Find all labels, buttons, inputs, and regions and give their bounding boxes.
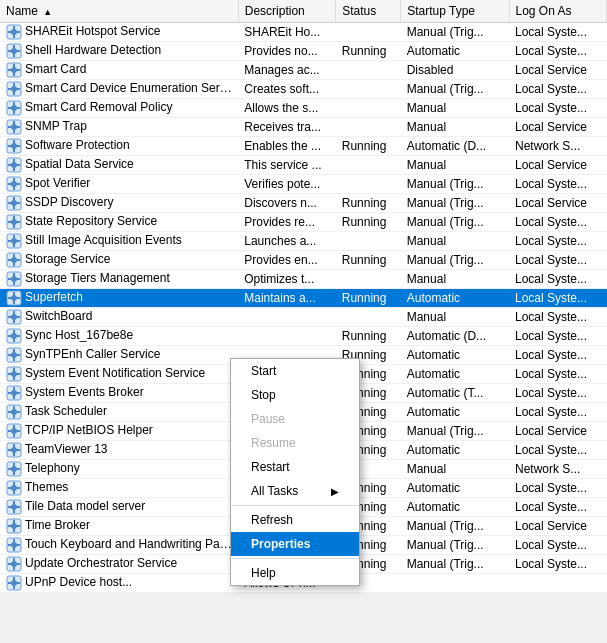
service-status-cell bbox=[336, 232, 401, 251]
service-logon-cell: Local Syste... bbox=[509, 327, 607, 346]
table-row[interactable]: Still Image Acquisition EventsLaunches a… bbox=[0, 232, 607, 251]
table-row[interactable]: Storage Tiers ManagementOptimizes t...Ma… bbox=[0, 270, 607, 289]
service-startup-cell: Automatic bbox=[401, 498, 509, 517]
service-logon-cell: Local Syste... bbox=[509, 23, 607, 42]
svg-rect-176 bbox=[13, 577, 15, 580]
svg-rect-58 bbox=[8, 202, 11, 204]
context-menu-item[interactable]: Start bbox=[231, 359, 359, 383]
table-row[interactable]: State Repository ServiceProvides re...Ru… bbox=[0, 213, 607, 232]
service-name-text: SSDP Discovery bbox=[25, 195, 113, 209]
context-menu-item[interactable]: All Tasks▶ bbox=[231, 479, 359, 503]
svg-rect-17 bbox=[17, 69, 20, 71]
service-description-cell: Provides en... bbox=[238, 251, 335, 270]
table-row[interactable]: SHAREit Hotspot ServiceSHAREit Ho...Manu… bbox=[0, 23, 607, 42]
service-icon bbox=[6, 423, 22, 439]
service-icon bbox=[6, 480, 22, 496]
svg-rect-122 bbox=[13, 406, 15, 409]
column-header-description[interactable]: Description bbox=[238, 0, 335, 23]
svg-rect-124 bbox=[8, 411, 11, 413]
service-logon-cell: Local Syste... bbox=[509, 384, 607, 403]
service-logon-cell: Local Service bbox=[509, 517, 607, 536]
service-startup-cell: Automatic bbox=[401, 42, 509, 61]
svg-point-145 bbox=[11, 485, 17, 491]
context-menu-item[interactable]: Pause bbox=[231, 407, 359, 431]
service-name-cell: Smart Card Removal Policy bbox=[0, 99, 238, 118]
service-logon-cell: Local Syste... bbox=[509, 251, 607, 270]
column-header-startup[interactable]: Startup Type bbox=[401, 0, 509, 23]
svg-rect-81 bbox=[13, 282, 15, 285]
context-menu-item[interactable]: Properties bbox=[231, 532, 359, 556]
service-startup-cell: Disabled bbox=[401, 61, 509, 80]
svg-rect-33 bbox=[13, 130, 15, 133]
table-row[interactable]: Smart Card Removal PolicyAllows the s...… bbox=[0, 99, 607, 118]
table-row[interactable]: Smart CardManages ac...DisabledLocal Ser… bbox=[0, 61, 607, 80]
svg-rect-44 bbox=[13, 159, 15, 162]
svg-rect-88 bbox=[8, 297, 11, 299]
service-icon bbox=[6, 290, 22, 306]
table-row[interactable]: SSDP DiscoveryDiscovers n...RunningManua… bbox=[0, 194, 607, 213]
table-row[interactable]: Storage ServiceProvides en...RunningManu… bbox=[0, 251, 607, 270]
svg-rect-149 bbox=[17, 487, 20, 489]
service-name-cell: Software Protection bbox=[0, 137, 238, 156]
svg-point-115 bbox=[11, 390, 17, 396]
svg-point-73 bbox=[11, 257, 17, 263]
service-startup-cell: Manual bbox=[401, 232, 509, 251]
service-icon bbox=[6, 157, 22, 173]
service-startup-cell: Manual (Trig... bbox=[401, 251, 509, 270]
service-logon-cell: Local Syste... bbox=[509, 441, 607, 460]
service-logon-cell: Local Syste... bbox=[509, 42, 607, 61]
table-row[interactable]: Smart Card Device Enumeration ServiceCre… bbox=[0, 80, 607, 99]
svg-rect-87 bbox=[13, 301, 15, 304]
context-menu-item-label: Pause bbox=[251, 412, 285, 426]
svg-rect-118 bbox=[8, 392, 11, 394]
service-startup-cell: Automatic bbox=[401, 346, 509, 365]
svg-point-127 bbox=[11, 428, 17, 434]
service-logon-cell: Local Syste... bbox=[509, 175, 607, 194]
column-header-status[interactable]: Status bbox=[336, 0, 401, 23]
service-logon-cell: Local Syste... bbox=[509, 536, 607, 555]
column-header-name[interactable]: Name ▲ bbox=[0, 0, 238, 23]
service-startup-cell: Manual bbox=[401, 99, 509, 118]
service-status-cell: Running bbox=[336, 137, 401, 156]
service-name-text: Sync Host_167be8e bbox=[25, 328, 133, 342]
svg-rect-82 bbox=[8, 278, 11, 280]
table-row[interactable]: Spatial Data ServiceThis service ...Manu… bbox=[0, 156, 607, 175]
svg-rect-5 bbox=[17, 31, 20, 33]
table-row[interactable]: SNMP TrapReceives tra...ManualLocal Serv… bbox=[0, 118, 607, 137]
context-menu-item-label: Refresh bbox=[251, 513, 293, 527]
table-row[interactable]: Sync Host_167be8eRunningAutomatic (D...L… bbox=[0, 327, 607, 346]
table-row[interactable]: Software ProtectionEnables the ...Runnin… bbox=[0, 137, 607, 156]
table-row[interactable]: Shell Hardware DetectionProvides no...Ru… bbox=[0, 42, 607, 61]
svg-rect-94 bbox=[8, 316, 11, 318]
service-logon-cell: Local Syste... bbox=[509, 365, 607, 384]
context-menu-item[interactable]: Help bbox=[231, 561, 359, 585]
svg-rect-68 bbox=[13, 235, 15, 238]
context-menu-item-label: Resume bbox=[251, 436, 296, 450]
svg-rect-9 bbox=[13, 54, 15, 57]
service-icon bbox=[6, 328, 22, 344]
svg-rect-140 bbox=[13, 463, 15, 466]
svg-rect-125 bbox=[17, 411, 20, 413]
context-menu-item-label: Start bbox=[251, 364, 276, 378]
table-row[interactable]: Spot VerifierVerifies pote...Manual (Tri… bbox=[0, 175, 607, 194]
table-row[interactable]: SwitchBoardManualLocal Syste... bbox=[0, 308, 607, 327]
table-row[interactable]: SuperfetchMaintains a...RunningAutomatic… bbox=[0, 289, 607, 308]
service-logon-cell: Local Syste... bbox=[509, 479, 607, 498]
context-menu-item-label: Properties bbox=[251, 537, 310, 551]
context-menu-item[interactable]: Stop bbox=[231, 383, 359, 407]
svg-point-37 bbox=[11, 143, 17, 149]
svg-rect-52 bbox=[8, 183, 11, 185]
svg-rect-80 bbox=[13, 273, 15, 276]
service-name-text: Touch Keyboard and Handwriting Panel Se.… bbox=[25, 537, 238, 551]
context-menu-item[interactable]: Restart bbox=[231, 455, 359, 479]
context-menu-item[interactable]: Resume bbox=[231, 431, 359, 455]
svg-rect-131 bbox=[17, 430, 20, 432]
column-description-label: Description bbox=[245, 4, 305, 18]
svg-rect-134 bbox=[13, 444, 15, 447]
service-description-cell: Receives tra... bbox=[238, 118, 335, 137]
svg-rect-28 bbox=[8, 107, 11, 109]
context-menu-separator bbox=[231, 558, 359, 559]
column-header-logon[interactable]: Log On As bbox=[509, 0, 607, 23]
service-status-cell bbox=[336, 23, 401, 42]
context-menu-item[interactable]: Refresh bbox=[231, 508, 359, 532]
